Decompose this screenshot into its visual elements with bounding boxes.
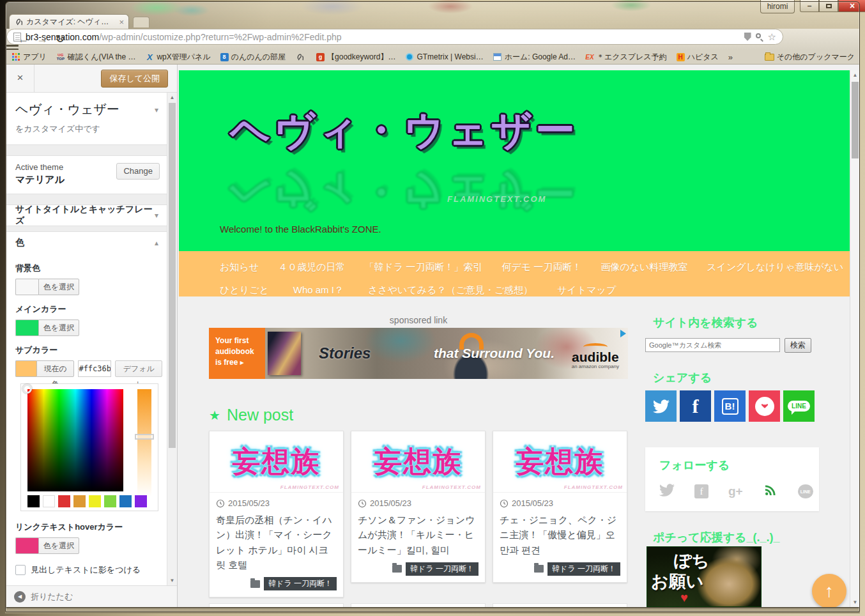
section-colors[interactable]: 色 ▴ [6, 231, 167, 253]
post-thumbnail[interactable]: 妄想族 FlamingText.com [493, 431, 627, 493]
post-card[interactable]: 妄想族 FlamingText.com 2015/05/23 奇皇后の丞相（チン… [209, 431, 344, 597]
heading-shadow-checkbox[interactable] [15, 565, 26, 575]
nav-link[interactable]: 「韓ドラ 一刀両断！」索引 [364, 261, 482, 273]
chevron-down-icon[interactable]: ▾ [155, 105, 158, 114]
preview-scrollbar[interactable]: ▲ ▼ [850, 70, 860, 607]
site-search-input[interactable] [645, 338, 780, 352]
bookmark-hapitas[interactable]: H ハピタス [677, 52, 719, 63]
palette-swatch[interactable] [58, 495, 70, 507]
bookmark-star-icon[interactable]: ☆ [768, 32, 776, 42]
twitter-follow-icon[interactable] [659, 482, 675, 500]
background-color-swatch[interactable] [15, 279, 38, 295]
category-badge[interactable]: 韓ドラ 一刀両断！ [547, 562, 620, 576]
facebook-share-button[interactable]: f [680, 390, 711, 422]
audible-ad-banner[interactable]: Your firstaudiobookis free ▸ Stories tha… [209, 328, 628, 379]
main-color-swatch[interactable] [15, 320, 38, 336]
post-thumbnail[interactable]: 妄想族 FlamingText.com [351, 431, 485, 493]
browser-tab[interactable]: カスタマイズ: ヘヴィ・ウ × [9, 14, 129, 29]
forward-button[interactable]: → [34, 31, 50, 47]
background-color-pick-button[interactable]: 色を選択 [38, 279, 79, 295]
post-title[interactable]: チソン＆ファン・ジョンウムが共演！「キルミー・ヒールミー」킬미, 힐미 [358, 512, 478, 557]
bookmark-nonnon[interactable]: 8 のんのんの部屋 [220, 52, 286, 63]
nav-link[interactable]: 何デモ 一刀両断！ [501, 261, 581, 273]
section-site-title[interactable]: サイトタイトルとキャッチフレーズ ▾ [6, 204, 167, 226]
category-badge[interactable]: 韓ドラ 一刀両断！ [264, 577, 337, 590]
bookmark-gtmetrix[interactable]: GTmetrix | Websi… [405, 52, 483, 61]
color-picker-slider-handle[interactable] [135, 434, 154, 440]
shield-icon[interactable] [744, 33, 751, 41]
sub-color-hex-input[interactable] [78, 360, 111, 377]
bookmark-flamingtext[interactable] [295, 52, 307, 61]
hatena-share-button[interactable]: B! [714, 390, 746, 422]
bookmark-express[interactable]: EX ＊エクスプレス予約 [585, 52, 667, 63]
post-thumbnail[interactable]: 妄想族 FlamingText.com [210, 431, 343, 493]
palette-swatch[interactable] [43, 495, 55, 507]
scroll-down-arrow[interactable]: ▼ [850, 599, 860, 605]
change-theme-button[interactable]: Change [116, 163, 160, 180]
post-card[interactable]: 妄想族 FlamingText.com 2015/05/23 チェ・ジニョク、ペ… [493, 431, 627, 583]
bookmark-goodkeyword[interactable]: g 【goodkeyword】… [316, 52, 395, 63]
nav-link[interactable]: ひとりごと [220, 284, 269, 296]
color-picker-strip[interactable] [137, 389, 151, 497]
post-title[interactable]: チェ・ジニョク、ペク・ジニ主演！「傲慢と偏見」오만과 편견 [500, 512, 620, 557]
post-title[interactable]: 奇皇后の丞相（チン・イハン）出演！「マイ・シークレット ホテル」마이 시크릿 호… [216, 512, 337, 572]
tab-close-icon[interactable]: × [119, 18, 124, 26]
googleplus-follow-icon[interactable]: g+ [728, 484, 743, 498]
search-zoom-icon[interactable] [756, 33, 763, 41]
palette-swatch[interactable] [89, 495, 101, 507]
preview-scrollbar-thumb[interactable] [852, 82, 859, 158]
nav-link[interactable]: お知らせ [220, 261, 259, 273]
pocket-share-button[interactable] [749, 390, 780, 422]
nav-link[interactable]: スイングしなけりゃ意味がない [707, 261, 843, 273]
category-badge[interactable]: 韓ドラ 一刀両断！ [406, 562, 478, 576]
collapse-bar[interactable]: ◀ 折りたたむ [6, 585, 177, 607]
address-bar[interactable]: br3-sensation.com /wp-admin/customize.ph… [6, 29, 783, 45]
new-tab-button[interactable] [133, 17, 149, 27]
bookmark-apps[interactable]: アプリ [11, 52, 47, 63]
nav-link[interactable]: ４０歳児の日常 [278, 261, 345, 273]
reload-button[interactable]: ↻ [52, 31, 68, 47]
nav-link[interactable]: ささやいてみる？（ご意見・ご感想） [368, 284, 533, 296]
maximize-button[interactable] [819, 0, 838, 12]
nav-link[interactable]: Who am I？ [293, 284, 344, 296]
color-picker-handle[interactable] [22, 384, 32, 394]
nav-link[interactable]: サイトマップ [557, 284, 616, 296]
palette-swatch[interactable] [119, 495, 132, 507]
bookmark-kakunin[interactable]: UGTOP 確認くん(VIA the … [56, 52, 136, 63]
scroll-down-arrow[interactable]: ▼ [167, 578, 177, 583]
sub-color-swatch[interactable] [15, 360, 36, 377]
palette-swatch[interactable] [27, 495, 40, 507]
twitter-share-button[interactable] [645, 390, 677, 422]
site-logo-text[interactable]: ヘヴィ・ウェザー [230, 104, 578, 157]
minimize-button[interactable]: – [800, 0, 819, 12]
nav-link[interactable]: 画像のない料理教室 [601, 261, 687, 273]
rss-follow-icon[interactable] [763, 482, 778, 500]
save-publish-button[interactable]: 保存して公開 [101, 70, 168, 88]
main-color-pick-button[interactable]: 色を選択 [38, 320, 79, 336]
line-share-button[interactable]: LINE [783, 390, 815, 422]
scroll-to-top-button[interactable]: ↑ [812, 574, 846, 607]
close-window-button[interactable]: × [838, 0, 865, 12]
bookmarks-overflow-chevron[interactable]: » [728, 52, 733, 62]
facebook-follow-icon[interactable]: f [694, 484, 708, 498]
bookmark-google-ad[interactable]: ホーム: Google Ad… [493, 52, 576, 63]
color-picker-gradient-square[interactable] [27, 389, 123, 491]
panel-scrollbar-thumb[interactable] [169, 103, 176, 448]
scroll-up-arrow[interactable]: ▲ [850, 72, 860, 78]
palette-swatch[interactable] [135, 495, 147, 507]
hover-color-swatch[interactable] [15, 537, 38, 554]
bookmark-wpx[interactable]: X wpX管理パネル [145, 52, 210, 63]
palette-swatch[interactable] [104, 495, 116, 507]
chrome-user-button[interactable]: hiromi [760, 0, 795, 13]
cat-support-banner[interactable]: ぽち お願い ♥ [647, 546, 762, 607]
palette-swatch[interactable] [73, 495, 86, 507]
adchoices-icon[interactable] [620, 330, 626, 337]
site-search-button[interactable]: 検索 [785, 338, 811, 353]
hover-color-pick-button[interactable]: 色を選択 [38, 537, 79, 554]
customizer-close-button[interactable]: × [6, 65, 34, 93]
line-follow-icon[interactable]: LINE [798, 484, 813, 498]
panel-scrollbar[interactable]: ▲ ▼ [167, 93, 177, 585]
sub-color-default-button[interactable]: デフォルト [115, 360, 162, 377]
scroll-up-arrow[interactable]: ▲ [167, 95, 177, 100]
post-card[interactable]: 妄想族 FlamingText.com 2015/05/23 チソン＆ファン・ジ… [351, 431, 486, 583]
